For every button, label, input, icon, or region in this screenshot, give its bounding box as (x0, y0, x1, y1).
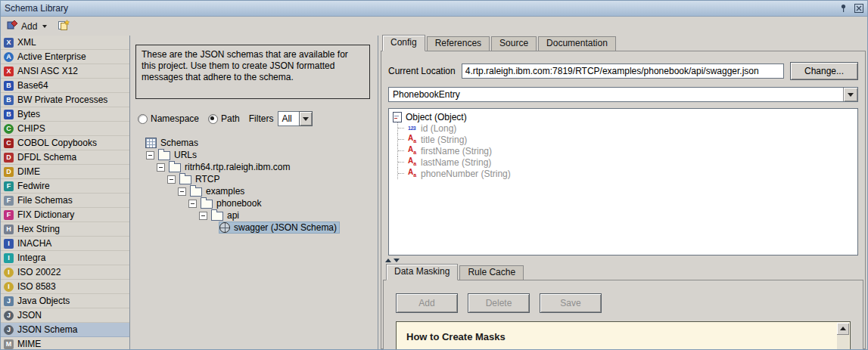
field-row-phonenumber-string[interactable]: AphoneNumber (String) (393, 168, 857, 179)
sidebar-item-json-schema[interactable]: JJSON Schema (1, 323, 129, 337)
sidebar-item-label: ANSI ASC X12 (17, 66, 78, 76)
schema-tree: SchemasURLsritrh64.rtp.raleigh.ibm.comRT… (135, 137, 378, 234)
tab-documentation[interactable]: Documentation (538, 36, 616, 51)
tab-rule-cache[interactable]: Rule Cache (459, 265, 524, 280)
sidebar-item-dime[interactable]: DDIME (1, 165, 129, 179)
tree-node-label: phonebook (216, 198, 261, 209)
tab-config[interactable]: Config (382, 35, 425, 51)
tab-references[interactable]: References (427, 36, 490, 51)
sidebar-item-label: BW Private Processes (17, 94, 107, 105)
add-button[interactable]: Add (5, 18, 49, 34)
entry-combobox-arrow[interactable] (843, 88, 857, 101)
sidebar-item-integra[interactable]: IIntegra (1, 251, 129, 265)
stacked-documents-icon (58, 20, 70, 33)
field-row-title-string[interactable]: Atitle (String) (393, 134, 857, 145)
tree-node-phonebook[interactable]: phonebook (135, 197, 378, 209)
sidebar-item-iso-20022[interactable]: IISO 20022 (1, 265, 129, 280)
field-row-firstname-string[interactable]: AfirstName (String) (393, 145, 857, 156)
tree-node-examples[interactable]: examples (135, 185, 378, 197)
tab-data-masking[interactable]: Data Masking (386, 264, 458, 280)
sidebar-item-fedwire[interactable]: FFedwire (1, 179, 129, 194)
path-radio[interactable] (208, 114, 218, 124)
sidebar-item-fix-dictionary[interactable]: FFIX Dictionary (1, 208, 129, 222)
tree-node-label: examples (206, 186, 244, 197)
tree-node-api[interactable]: api (135, 209, 378, 221)
expand-handle-icon[interactable] (199, 212, 207, 220)
splitter-up-icon[interactable] (385, 259, 391, 262)
tree-node-label: ritrh64.rtp.raleigh.ibm.com (185, 162, 290, 172)
titlebar: Schema Library (1, 1, 867, 17)
current-location-input[interactable] (462, 63, 784, 79)
stacked-documents-button[interactable] (55, 18, 72, 34)
sidebar-item-ansi-asc-x12[interactable]: XANSI ASC X12 (1, 64, 129, 79)
tree-connector (397, 168, 408, 179)
schema-library-window: Schema Library Add XXMLAActive En (0, 0, 868, 350)
sidebar-item-xml[interactable]: XXML (1, 36, 129, 50)
change-button[interactable]: Change... (790, 62, 858, 80)
sidebar-item-dfdl-schema[interactable]: DDFDL Schema (1, 150, 129, 165)
add-button-label: Add (21, 21, 37, 32)
field-row-id-long[interactable]: 123id (Long) (393, 122, 857, 134)
add-schema-icon (7, 20, 18, 33)
sidebar-item-file-schemas[interactable]: FFile Schemas (1, 194, 129, 208)
scroll-up-button[interactable] (837, 323, 849, 335)
expand-handle-icon[interactable] (157, 163, 165, 172)
entry-combobox[interactable]: PhonebookEntry (388, 87, 858, 102)
sidebar-item-label: COBOL Copybooks (17, 138, 97, 148)
folder-icon (201, 200, 213, 209)
masking-help-panel: How to Create Masks (396, 321, 851, 350)
string-type-icon: A (408, 135, 419, 145)
sidebar-item-bw-private-processes[interactable]: BBW Private Processes (1, 93, 129, 107)
pin-icon[interactable] (838, 4, 848, 14)
mime-icon: M (4, 339, 14, 349)
sidebar-item-hex-string[interactable]: HHex String (1, 222, 129, 237)
chevron-down-icon (303, 117, 309, 121)
filters-combobox-arrow[interactable] (299, 111, 313, 126)
close-icon[interactable] (854, 4, 863, 14)
sidebar-item-active-enterprise[interactable]: AActive Enterprise (1, 50, 129, 64)
masking-buttons-row: AddDeleteSave (396, 293, 863, 313)
expand-handle-icon[interactable] (188, 200, 197, 208)
splitter-down-icon[interactable] (394, 259, 400, 262)
sidebar-item-cobol-copybooks[interactable]: CCOBOL Copybooks (1, 136, 129, 150)
tree-connector (397, 145, 408, 156)
tab-source[interactable]: Source (491, 36, 537, 51)
field-label: firstName (String) (421, 146, 492, 156)
tree-node-urls[interactable]: URLs (135, 149, 378, 161)
sidebar-item-base64[interactable]: BBase64 (1, 79, 129, 93)
sidebar-item-json[interactable]: JJSON (1, 308, 129, 323)
xml-icon: X (4, 38, 14, 48)
field-label: id (Long) (421, 123, 456, 134)
split-handle[interactable] (381, 257, 865, 264)
namespace-radio[interactable] (138, 114, 148, 124)
delete-button[interactable]: Delete (468, 293, 530, 313)
sidebar-item-chips[interactable]: CCHIPS (1, 122, 129, 136)
sidebar-item-iso-8583[interactable]: IISO 8583 (1, 280, 129, 294)
filters-label: Filters (249, 113, 274, 124)
object-root-row[interactable]: Object (Object) (393, 111, 857, 122)
tree-node-schemas[interactable]: Schemas (135, 137, 378, 149)
add-dropdown-arrow-icon[interactable] (42, 25, 47, 28)
sidebar-item-java-objects[interactable]: JJava Objects (1, 294, 129, 308)
sidebar-item-mime[interactable]: MMIME (1, 337, 129, 349)
cobol-copybooks-icon: C (4, 138, 14, 148)
add-button[interactable]: Add (396, 293, 458, 313)
expand-handle-icon[interactable] (146, 151, 154, 160)
sidebar-item-label: JSON (17, 310, 42, 321)
folder-icon (169, 163, 181, 172)
expand-handle-icon[interactable] (167, 175, 176, 184)
tree-node-ritrh64-rtp-raleigh-ibm-com[interactable]: ritrh64.rtp.raleigh.ibm.com (135, 161, 378, 173)
sidebar-item-label: XML (17, 37, 36, 48)
expand-handle-icon[interactable] (178, 187, 186, 196)
field-row-lastname-string[interactable]: AlastName (String) (393, 156, 857, 168)
sidebar-item-bytes[interactable]: BBytes (1, 107, 129, 122)
masking-help-scrollbar[interactable] (837, 323, 849, 350)
sidebar-item-inacha[interactable]: IINACHA (1, 237, 129, 251)
folder-icon (190, 187, 202, 197)
tree-node-rtcp[interactable]: RTCP (135, 173, 378, 185)
save-button[interactable]: Save (540, 293, 602, 313)
filters-combobox[interactable]: All (278, 111, 313, 126)
tree-node-swagger-json-schema[interactable]: swagger (JSON Schema) (135, 221, 378, 234)
chips-icon: C (4, 124, 14, 134)
sidebar-item-label: FIX Dictionary (17, 209, 74, 220)
